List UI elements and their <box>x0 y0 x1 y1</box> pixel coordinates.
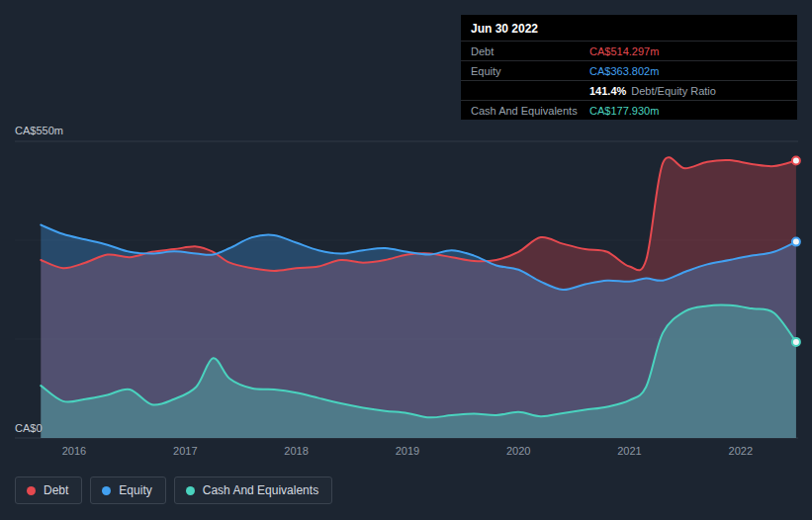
tooltip-cash-label: Cash And Equivalents <box>471 105 589 117</box>
tooltip-debt-value: CA$514.297m <box>589 45 787 57</box>
tooltip-date: Jun 30 2022 <box>461 15 797 41</box>
legend-equity-label: Equity <box>119 483 151 497</box>
tooltip-ratio-number: 141.4% <box>589 85 626 97</box>
equity-dot-icon <box>102 486 111 495</box>
equity-endpoint-marker[interactable] <box>792 238 800 246</box>
x-axis-tick-2018: 2018 <box>277 445 316 457</box>
debt-equity-history-chart: CA$550m CA$0 201620172018201920202021202… <box>0 0 812 520</box>
x-axis-tick-2020: 2020 <box>498 445 538 457</box>
tooltip-debt-label: Debt <box>471 45 589 57</box>
x-axis-tick-2017: 2017 <box>165 445 205 457</box>
legend-debt-label: Debt <box>44 483 68 497</box>
x-axis: 2016201720182019202020212022 <box>0 445 812 459</box>
tooltip-equity-row: Equity CA$363.802m <box>461 60 797 80</box>
tooltip-debt-row: Debt CA$514.297m <box>461 41 797 60</box>
x-axis-tick-2016: 2016 <box>54 445 94 457</box>
x-axis-tick-2021: 2021 <box>610 445 650 457</box>
tooltip-ratio-label: Debt/Equity Ratio <box>631 85 716 97</box>
x-axis-tick-2022: 2022 <box>721 445 761 457</box>
debt-dot-icon <box>27 486 36 495</box>
tooltip-ratio-value: 141.4%Debt/Equity Ratio <box>589 85 787 97</box>
tooltip-cash-row: Cash And Equivalents CA$177.930m <box>461 100 797 120</box>
debt-endpoint-marker[interactable] <box>792 157 800 165</box>
y-axis-max-label: CA$550m <box>15 125 63 136</box>
legend-item-debt[interactable]: Debt <box>15 477 82 504</box>
cash-dot-icon <box>186 486 195 495</box>
tooltip-equity-value: CA$363.802m <box>589 65 787 77</box>
tooltip-equity-label: Equity <box>471 65 589 77</box>
legend-item-equity[interactable]: Equity <box>90 477 165 504</box>
legend-item-cash[interactable]: Cash And Equivalents <box>174 477 332 504</box>
legend-cash-label: Cash And Equivalents <box>203 483 318 497</box>
x-axis-tick-2019: 2019 <box>388 445 427 457</box>
y-axis-min-label: CA$0 <box>15 422 43 434</box>
chart-legend: Debt Equity Cash And Equivalents <box>15 477 332 504</box>
chart-tooltip: Jun 30 2022 Debt CA$514.297m Equity CA$3… <box>461 15 797 120</box>
cash-and-equivalents-endpoint-marker[interactable] <box>792 338 800 346</box>
tooltip-cash-value: CA$177.930m <box>589 105 787 117</box>
tooltip-ratio-row: 141.4%Debt/Equity Ratio <box>461 80 797 100</box>
